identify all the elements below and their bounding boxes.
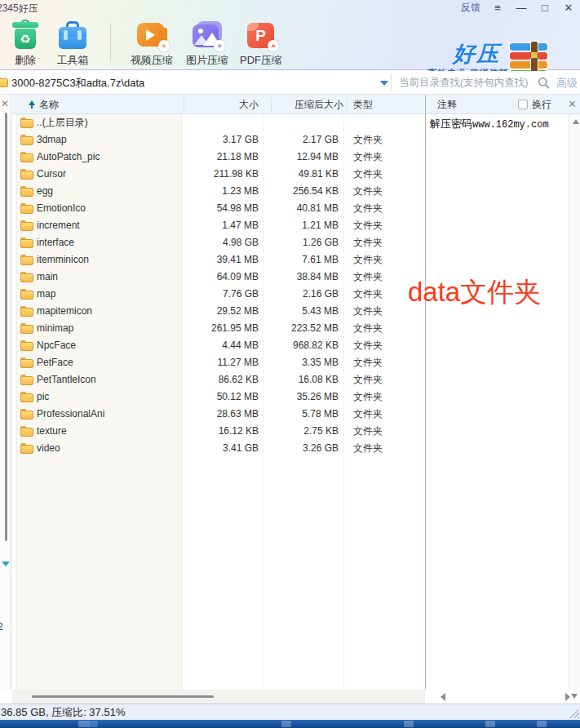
item-size: 4.98 GB	[179, 234, 259, 251]
taskbar-sliver	[0, 720, 580, 728]
item-name: PetTantleIcon	[37, 371, 96, 388]
comment-body[interactable]: 解压密码www.162my.com	[426, 114, 569, 690]
content-area: ✕ 2 名称 大小 压缩后大小 类型 ..(上层目录) 3dm	[0, 95, 580, 690]
image-compress-label: 图片压缩	[186, 53, 228, 68]
minimize-icon[interactable]: —	[515, 2, 528, 15]
advanced-search-link[interactable]: 高级	[556, 71, 578, 95]
pdf-compress-button[interactable]: P » PDF压缩	[236, 20, 286, 68]
maximize-icon[interactable]: □	[538, 2, 551, 15]
address-row: 3000-8275C3和adta.7z\data 当前目录查找(支持包内查找) …	[0, 71, 580, 95]
item-packed-size: 223.52 MB	[263, 320, 339, 337]
list-item[interactable]: Cursor 211.98 KB 49.81 KB 文件夹	[12, 166, 425, 183]
list-item[interactable]: main 64.09 MB 38.84 MB 文件夹	[12, 269, 425, 286]
item-size: 7.76 GB	[179, 286, 259, 303]
folder-icon	[20, 237, 33, 248]
list-item[interactable]: PetFace 11.27 MB 3.35 MB 文件夹	[12, 354, 425, 371]
item-name: 3dmap	[37, 131, 67, 149]
list-item[interactable]: interface 4.98 GB 1.26 GB 文件夹	[12, 234, 425, 251]
list-item[interactable]: increment 1.47 MB 1.21 MB 文件夹	[12, 217, 425, 234]
list-horizontal-scrollbar[interactable]	[12, 690, 425, 704]
item-packed-size: 3.35 MB	[263, 354, 339, 371]
window-controls: 反馈 ≡ — □ ✕	[461, 1, 575, 15]
chevron-down-icon[interactable]	[2, 562, 10, 566]
wrap-checkbox-label[interactable]: 换行	[532, 95, 551, 114]
folder-icon	[20, 289, 33, 300]
column-header-packed[interactable]: 压缩后大小	[265, 95, 343, 114]
column-header-size[interactable]: 大小	[184, 95, 259, 114]
pdf-compress-icon: P »	[245, 20, 277, 51]
close-icon[interactable]: ✕	[562, 2, 575, 15]
comment-vertical-scrollbar[interactable]	[569, 114, 580, 690]
resize-grip[interactable]	[569, 708, 579, 718]
folder-icon	[20, 186, 33, 197]
comment-close-icon[interactable]: ✕	[568, 95, 577, 114]
left-panel-close-icon[interactable]: ✕	[1, 98, 9, 109]
horizontal-scroll-row	[0, 690, 580, 704]
search-icon[interactable]	[538, 77, 550, 89]
item-name: ..(上层目录)	[37, 114, 88, 131]
item-type: 文件夹	[353, 183, 383, 200]
list-item[interactable]: NpcFace 4.44 MB 968.82 KB 文件夹	[12, 337, 425, 354]
item-packed-size: 1.26 GB	[263, 234, 339, 251]
item-type: 文件夹	[353, 337, 383, 354]
list-item[interactable]: minimap 261.95 MB 223.52 MB 文件夹	[12, 320, 425, 337]
feedback-link[interactable]: 反馈	[461, 1, 480, 15]
list-item[interactable]: egg 1.23 MB 256.54 KB 文件夹	[12, 183, 425, 200]
search-input[interactable]: 当前目录查找(支持包内查找)	[399, 71, 528, 95]
item-type: 文件夹	[353, 440, 383, 457]
list-item[interactable]: map 7.76 GB 2.16 GB 文件夹	[12, 286, 425, 303]
delete-button[interactable]: ♻ 删除	[0, 20, 51, 68]
file-list: 名称 大小 压缩后大小 类型 ..(上层目录) 3dmap 3.17 GB 2.…	[12, 95, 425, 690]
left-panel-scrollbar[interactable]	[5, 113, 7, 541]
scrollbar-thumb[interactable]	[32, 695, 214, 698]
item-name: EmotionIco	[37, 200, 86, 217]
list-item[interactable]: ProfessionalAni 28.63 MB 5.78 MB 文件夹	[12, 406, 425, 423]
item-name: Cursor	[37, 166, 66, 183]
path-dropdown-icon[interactable]	[380, 81, 388, 86]
item-name: AutoPatch_pic	[37, 149, 100, 166]
list-item[interactable]: video 3.41 GB 3.26 GB 文件夹	[12, 440, 425, 457]
scroll-right-icon[interactable]	[565, 693, 570, 701]
toolbar-separator	[110, 23, 111, 60]
item-name: NpcFace	[37, 337, 76, 354]
item-packed-size: 256.54 KB	[263, 183, 339, 200]
folder-icon	[20, 135, 33, 145]
item-type: 文件夹	[353, 354, 383, 371]
title-toolbar-band: 2345好压 反馈 ≡ — □ ✕ ♻ 删除 工具箱	[0, 0, 580, 70]
list-item[interactable]: itemminicon 39.41 MB 7.61 MB 文件夹	[12, 251, 425, 269]
image-compress-button[interactable]: » 图片压缩	[182, 20, 232, 68]
item-size: 64.09 MB	[179, 269, 259, 286]
scroll-left-icon[interactable]	[441, 693, 445, 701]
item-name: itemminicon	[37, 251, 89, 269]
list-item[interactable]: mapitemicon 29.52 MB 5.43 MB 文件夹	[12, 303, 425, 320]
item-type: 文件夹	[353, 149, 383, 166]
item-name: pic	[37, 388, 49, 406]
list-item[interactable]: AutoPatch_pic 21.18 MB 12.94 MB 文件夹	[12, 149, 425, 166]
scroll-down-icon[interactable]	[571, 694, 578, 699]
item-size: 16.12 KB	[179, 423, 259, 440]
list-item[interactable]: EmotionIco 54.98 MB 40.81 MB 文件夹	[12, 200, 425, 217]
column-header-type[interactable]: 类型	[353, 95, 373, 114]
item-type: 文件夹	[353, 269, 383, 286]
video-compress-icon: »	[135, 20, 168, 51]
folder-icon	[20, 203, 33, 214]
item-size: 28.63 MB	[179, 406, 259, 423]
scroll-up-icon[interactable]	[573, 119, 579, 124]
toolbox-button[interactable]: 工具箱	[47, 20, 98, 68]
column-header-name[interactable]: 名称	[39, 95, 59, 114]
list-item[interactable]: pic 50.12 MB 35.26 MB 文件夹	[12, 388, 425, 406]
column-resize-handle[interactable]	[347, 97, 348, 112]
menu-icon[interactable]: ≡	[491, 2, 504, 15]
video-compress-button[interactable]: » 视频压缩	[126, 20, 177, 68]
comment-title: 注释	[437, 95, 457, 114]
item-size: 21.18 MB	[179, 149, 259, 166]
list-item[interactable]: ..(上层目录)	[12, 114, 425, 131]
wrap-checkbox[interactable]	[518, 100, 528, 109]
list-item[interactable]: PetTantleIcon 86.62 KB 16.08 KB 文件夹	[12, 371, 425, 388]
item-name: texture	[37, 423, 67, 440]
list-item[interactable]: texture 16.12 KB 2.75 KB 文件夹	[12, 423, 425, 440]
list-item[interactable]: 3dmap 3.17 GB 2.17 GB 文件夹	[12, 131, 425, 149]
item-type: 文件夹	[353, 200, 383, 217]
address-separator	[391, 74, 392, 91]
archive-path[interactable]: 3000-8275C3和adta.7z\data	[11, 71, 144, 95]
